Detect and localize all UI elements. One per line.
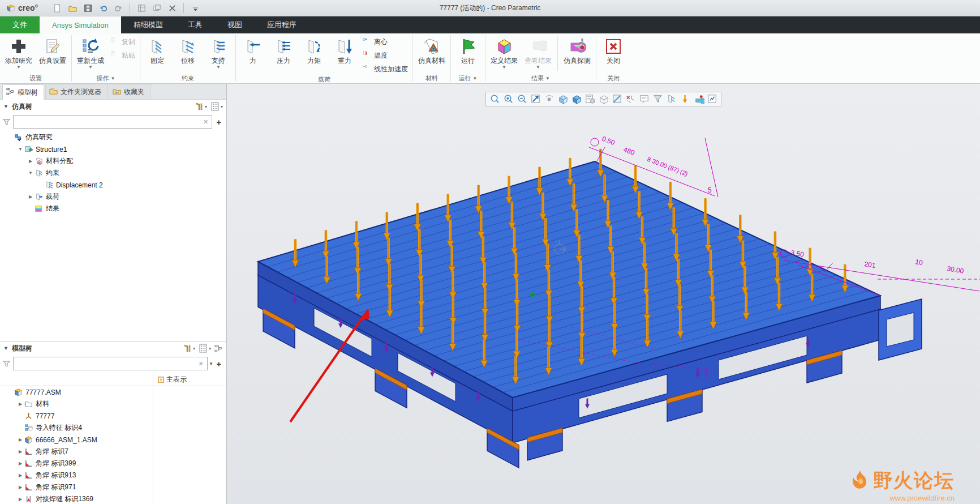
tree-tools-button[interactable]: ▾ xyxy=(195,102,207,111)
tab-工具[interactable]: 工具 xyxy=(175,16,215,33)
tree-tools-button[interactable]: ▾ xyxy=(183,344,195,353)
expand-arrow-icon[interactable]: ▶ xyxy=(17,449,24,454)
svg-text:8 30.00 (87) (2): 8 30.00 (87) (2) xyxy=(646,156,689,177)
添加研究-button[interactable]: 添加研究▼ xyxy=(2,35,35,73)
collapse-icon[interactable]: ▼ xyxy=(3,345,8,351)
clear-filter-icon[interactable]: ✕ xyxy=(202,118,209,126)
重力-button[interactable]: 重力 xyxy=(330,35,359,75)
tree-settings-button[interactable]: ▾ xyxy=(210,102,223,111)
new-file-icon[interactable] xyxy=(51,2,63,14)
expand-arrow-icon[interactable]: ▶ xyxy=(27,159,34,164)
tab-label: 收藏夹 xyxy=(124,87,144,97)
dropdown-arrow-icon[interactable]: ▼ xyxy=(502,65,506,70)
力-button[interactable]: 力 xyxy=(238,35,268,75)
dropdown-arrow-icon[interactable]: ▼ xyxy=(16,65,21,70)
undo-icon[interactable] xyxy=(97,2,109,14)
tab-Ansys Simulation[interactable]: Ansys Simulation xyxy=(40,16,121,33)
定义结果-button[interactable]: 定义结果▼ xyxy=(488,35,521,73)
list-item[interactable]: 仿真研究 xyxy=(0,131,226,143)
filter-funnel-icon xyxy=(2,118,11,126)
关闭-button[interactable]: 关闭 xyxy=(599,35,628,73)
customize-icon[interactable] xyxy=(190,2,201,14)
list-item[interactable]: ▶角焊 标识971 xyxy=(0,481,226,493)
位移-button[interactable]: 位移 xyxy=(173,35,203,73)
list-item[interactable]: ▶角焊 标识399 xyxy=(0,458,226,469)
线性加速度-button[interactable]: 线性加速度 xyxy=(360,63,410,75)
svg-text:0.50: 0.50 xyxy=(601,135,616,147)
list-item[interactable]: 77777 xyxy=(0,410,226,422)
button-label: 粘贴 xyxy=(122,51,135,61)
collapse-icon[interactable]: ▼ xyxy=(3,104,8,109)
list-item[interactable]: ▶载荷 xyxy=(0,191,226,203)
dropdown-arrow-icon[interactable]: ▼ xyxy=(216,65,221,70)
list-item[interactable]: ▶角焊 标识7 xyxy=(0,446,226,458)
list-item[interactable]: ▶66666_ASM_1.ASM xyxy=(0,434,226,446)
show-tree-button[interactable] xyxy=(214,344,223,353)
list-item[interactable]: ▶对接焊缝 标识1369 xyxy=(0,493,226,504)
list-item[interactable]: 导入特征 标识4 xyxy=(0,422,226,434)
tab-视图[interactable]: 视图 xyxy=(215,16,255,33)
dropdown-arrow-icon[interactable]: ▼ xyxy=(536,65,540,70)
list-item[interactable]: Displacement 2 xyxy=(0,179,226,191)
group-label[interactable]: 运行▼ xyxy=(453,73,483,83)
list-item[interactable]: ▼约束 xyxy=(0,167,226,179)
运行-button[interactable]: 运行 xyxy=(453,35,483,73)
expand-arrow-icon[interactable]: ▶ xyxy=(17,473,24,478)
expand-arrow-icon[interactable]: ▶ xyxy=(17,497,24,502)
温度-button[interactable]: 温度 xyxy=(360,50,410,62)
list-item[interactable]: ▶材料分配 xyxy=(0,155,226,167)
固定-button[interactable]: 固定 xyxy=(143,35,172,73)
navigator-tab-收藏夹[interactable]: 收藏夹 xyxy=(109,84,151,99)
list-item[interactable]: ▼Structure1 xyxy=(0,143,226,155)
离心-button[interactable]: 离心 xyxy=(360,36,410,48)
filter-dropdown-icon[interactable]: ▾ xyxy=(210,361,213,366)
add-filter-button[interactable]: + xyxy=(214,359,223,369)
redo-icon[interactable] xyxy=(113,2,124,14)
支持-button[interactable]: 支持▼ xyxy=(204,35,233,73)
list-item[interactable]: ▶材料 xyxy=(0,398,226,410)
butt-weld-icon xyxy=(24,495,33,503)
expand-arrow-icon[interactable]: ▶ xyxy=(17,485,24,490)
tab-file[interactable]: 文件 xyxy=(0,16,40,33)
svg-text:10: 10 xyxy=(915,258,924,267)
tab-精细模型[interactable]: 精细模型 xyxy=(121,16,175,33)
graphics-viewport[interactable]: 0.504808 30.00 (87) (2)53.502011030.002 … xyxy=(227,84,980,504)
仿真设置-button[interactable]: 仿真设置 xyxy=(36,35,69,73)
open-icon[interactable] xyxy=(67,2,78,14)
expand-arrow-icon[interactable]: ▼ xyxy=(17,147,24,152)
压力-button[interactable]: 压力 xyxy=(269,35,298,75)
list-item[interactable]: 结果 xyxy=(0,203,226,215)
hammer-icon xyxy=(183,344,192,353)
sim-tree-filter-input[interactable] xyxy=(16,117,202,126)
tab-应用程序[interactable]: 应用程序 xyxy=(255,16,309,33)
力矩-button[interactable]: 力矩 xyxy=(299,35,329,75)
expand-arrow-icon[interactable]: ▶ xyxy=(17,402,24,407)
expand-arrow-icon[interactable]: ▼ xyxy=(27,170,34,176)
button-label: 仿真材料 xyxy=(418,57,445,65)
save-icon[interactable] xyxy=(82,2,93,14)
model-tree-filter-input[interactable] xyxy=(16,359,197,368)
重新生成-button[interactable]: 重新生成▼ xyxy=(74,35,107,73)
expand-arrow-icon[interactable]: ▶ xyxy=(17,461,24,466)
clear-filter-icon[interactable]: ✕ xyxy=(197,360,204,368)
window-switch-icon[interactable] xyxy=(151,2,162,14)
list-item[interactable]: ▶角焊 标识913 xyxy=(0,469,226,481)
add-filter-button[interactable]: + xyxy=(214,117,223,127)
expand-arrow-icon[interactable]: ▶ xyxy=(27,194,34,199)
navigator-tab-文件夹浏览器[interactable]: 文件夹浏览器 xyxy=(45,84,108,99)
expand-arrow-icon[interactable]: ▶ xyxy=(17,437,24,442)
group-label[interactable]: 结果▼ xyxy=(488,73,594,83)
model-display-icon[interactable] xyxy=(136,2,147,14)
tree-item-label: 角焊 标识971 xyxy=(36,482,76,492)
list-item[interactable]: 77777.ASM xyxy=(0,386,226,398)
navigator-tab-模型树[interactable]: 模型树 xyxy=(2,84,44,100)
creo-logo: creo° xyxy=(0,3,44,13)
dropdown-arrow-icon[interactable]: ▼ xyxy=(88,65,93,70)
仿真材料-button[interactable]: 仿真材料 xyxy=(415,35,448,73)
model-tree-section: ▼ 模型树 ▾ ▾ ✕ ▾ + xyxy=(0,341,226,504)
group-label[interactable]: 操作▼ xyxy=(74,73,137,83)
button-label: 重力 xyxy=(338,57,351,65)
close-window-icon[interactable] xyxy=(166,2,178,14)
仿真探测-button[interactable]: 仿真探测 xyxy=(561,35,594,73)
tree-settings-button[interactable]: ▾ xyxy=(199,344,211,353)
